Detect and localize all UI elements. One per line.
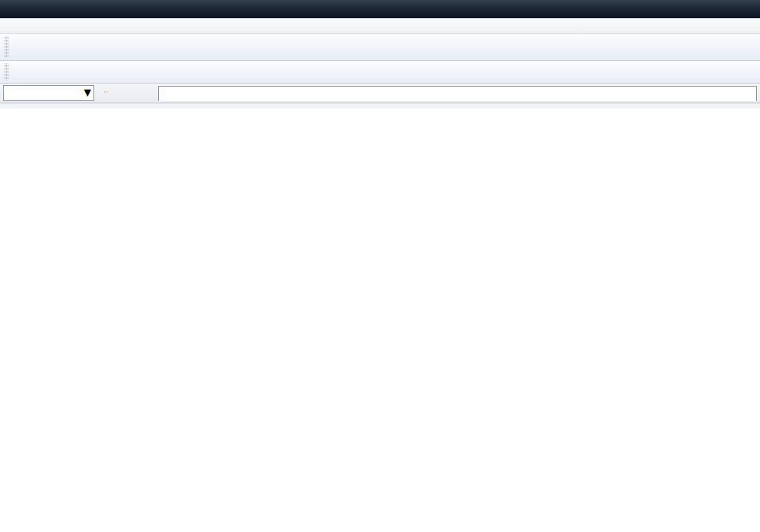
- function-button[interactable]: [135, 85, 154, 102]
- formula-bar: ▼: [0, 84, 760, 103]
- cell-reference-input[interactable]: [4, 86, 81, 100]
- standard-toolbar: [0, 34, 760, 61]
- formatting-toolbar: [0, 61, 760, 84]
- name-box-dropdown-arrow[interactable]: ▼: [81, 86, 93, 100]
- menu-bar: [0, 18, 760, 34]
- application-window: ▼: [0, 0, 760, 532]
- input-line[interactable]: [158, 86, 757, 101]
- spreadsheet-grid: [0, 109, 760, 532]
- sum-button[interactable]: [116, 85, 134, 102]
- function-wizard-button[interactable]: [96, 85, 114, 102]
- toolbar-grip[interactable]: [4, 63, 9, 81]
- title-bar: [0, 0, 760, 18]
- toolbar-grip[interactable]: [4, 36, 9, 57]
- name-box[interactable]: ▼: [3, 85, 94, 101]
- formula-input[interactable]: [159, 87, 756, 101]
- formula-bar-spacer: [0, 103, 760, 109]
